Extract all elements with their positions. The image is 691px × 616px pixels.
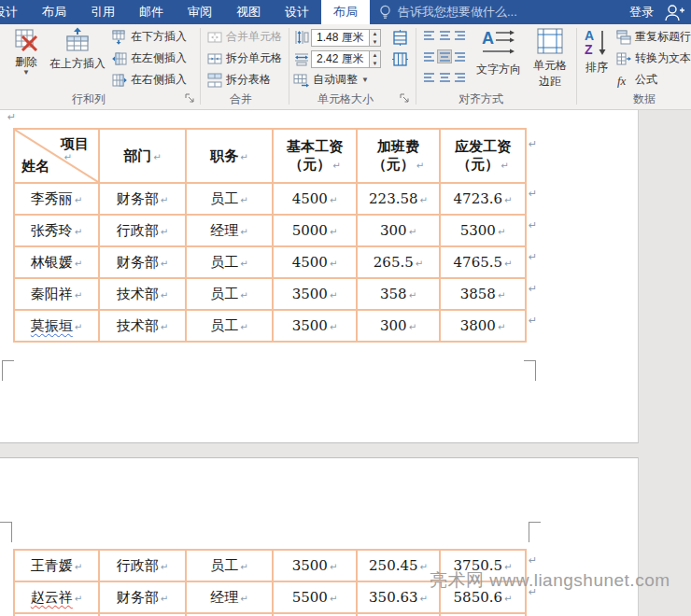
tab-design-doc[interactable]: 设计	[0, 0, 30, 24]
table-cell[interactable]: 3858↵	[441, 279, 527, 311]
convert-to-text-button[interactable]: 转换为文本	[616, 50, 691, 66]
column-width-spinner[interactable]: ▲▼	[370, 50, 381, 68]
column-width-value[interactable]: 2.42 厘米	[311, 50, 370, 68]
group-label-data: 数据	[624, 91, 665, 107]
table-cell[interactable]: 员工↵	[187, 311, 274, 343]
table-cell[interactable]: 经理↵	[187, 582, 274, 614]
tab-table-design[interactable]: 设计	[273, 0, 321, 24]
distribute-rows-button[interactable]	[388, 28, 411, 47]
table-cell[interactable]: 赵云祥↵	[15, 582, 100, 614]
table-cell[interactable]: 3500↵	[274, 279, 358, 311]
cell-end-mark: ↵	[75, 290, 82, 301]
tab-review[interactable]: 审阅	[176, 0, 224, 24]
insert-right-button[interactable]: 在右侧插入	[112, 72, 187, 88]
tab-references[interactable]: 引用	[78, 0, 127, 24]
table-cell[interactable]: 林银媛↵	[15, 247, 100, 279]
table-cell[interactable]: 技术部↵	[100, 279, 187, 311]
table-cell[interactable]: 莫振垣↵	[15, 311, 100, 343]
table-cell[interactable]: 265.5↵	[358, 247, 441, 279]
table-cell[interactable]: 员工↵	[187, 184, 274, 216]
align-top-left-button[interactable]	[421, 28, 436, 42]
table-cell[interactable]: 行政部↵	[100, 551, 187, 582]
align-bottom-right-button[interactable]	[453, 71, 468, 85]
align-top-center-button[interactable]	[437, 28, 452, 42]
align-top-right-button[interactable]	[453, 28, 468, 42]
formula-fx-icon: fx	[616, 73, 631, 88]
share-person-icon[interactable]	[663, 2, 685, 22]
table-diagonal-header-cell[interactable]: 项目 ↵ 姓名	[15, 130, 100, 184]
header-cell-overtime[interactable]: 加班费（元）↵	[358, 130, 441, 184]
sign-in-button[interactable]: 登录	[629, 0, 654, 24]
tab-layout-doc[interactable]: 布局	[30, 0, 78, 24]
text-direction-button[interactable]: A 文字方向	[472, 27, 525, 77]
align-bottom-left-button[interactable]	[421, 71, 436, 85]
table-cell[interactable]: 358↵	[358, 279, 441, 311]
column-width-field[interactable]: 2.42 厘米 ▲▼	[311, 50, 381, 68]
table-cell[interactable]: 300↵	[358, 216, 441, 247]
header-cell-base-salary[interactable]: 基本工资（元）↵	[274, 130, 358, 184]
tab-view[interactable]: 视图	[224, 0, 273, 24]
insert-below-button[interactable]: 在下方插入	[112, 29, 187, 45]
table-cell[interactable]: 250.45↵	[358, 551, 441, 582]
distribute-columns-button[interactable]	[388, 49, 411, 68]
table-cell[interactable]: 行政部↵	[100, 216, 187, 247]
row-height-value[interactable]: 1.48 厘米	[311, 29, 370, 47]
table-cell[interactable]: 5300↵	[441, 216, 527, 247]
table-cell[interactable]: 财务部↵	[100, 184, 187, 216]
table-cell[interactable]: 员工↵	[187, 247, 274, 279]
table-cell[interactable]: 3500↵	[274, 551, 358, 582]
table-cell[interactable]: 4723.6↵	[441, 184, 527, 216]
header-cell-gross-salary[interactable]: 应发工资（元）↵	[441, 130, 527, 184]
table-cell[interactable]: 3500↵	[274, 311, 358, 343]
split-table-button[interactable]: 拆分表格	[207, 72, 271, 88]
svg-text:Z: Z	[585, 42, 593, 57]
table-cell[interactable]: 300↵	[358, 311, 441, 343]
table-cell[interactable]: 财务部↵	[100, 247, 187, 279]
row-height-field[interactable]: 1.48 厘米 ▲▼	[311, 29, 381, 47]
table-cell[interactable]: 3800↵	[441, 311, 527, 343]
header-cell-position[interactable]: 职务↵	[187, 130, 274, 184]
table-cell[interactable]: 5000↵	[274, 216, 358, 247]
cell-size-dialog-launcher[interactable]	[400, 93, 410, 104]
table-cell[interactable]: 员工↵	[187, 279, 274, 311]
cell-end-mark: ↵	[240, 322, 247, 332]
table-cell[interactable]: 王青媛↵	[15, 551, 100, 582]
table-cell[interactable]: 4500↵	[274, 247, 358, 279]
insert-above-button[interactable]: 在上方插入	[49, 27, 106, 72]
table-cell[interactable]: 4500↵	[274, 184, 358, 216]
sort-button[interactable]: AZ 排序	[581, 27, 613, 76]
rows-cols-dialog-launcher[interactable]	[185, 93, 195, 104]
table-cell[interactable]: 财务部↵	[100, 582, 187, 614]
table-cell[interactable]: 员工↵	[187, 551, 274, 582]
split-cells-button[interactable]: 拆分单元格	[207, 50, 282, 66]
table-cell[interactable]: 秦阳祥↵	[15, 279, 100, 311]
formula-button[interactable]: fx 公式	[616, 72, 657, 88]
table-cell[interactable]: 223.58↵	[358, 184, 441, 216]
table-cell[interactable]: 5500↵	[274, 582, 358, 614]
insert-left-button[interactable]: 在左侧插入	[112, 50, 187, 66]
delete-table-button[interactable]: 删除 ▼	[7, 27, 45, 76]
tab-mailings[interactable]: 邮件	[127, 0, 176, 24]
table-cell[interactable]: 4765.5↵	[441, 247, 527, 279]
table-cell[interactable]: 张秀玲↵	[15, 216, 100, 247]
cell-end-mark: ↵	[161, 594, 168, 604]
tell-me-box[interactable]: 告诉我您想要做什么...	[379, 0, 517, 24]
align-center-left-button[interactable]	[421, 49, 436, 63]
table-cell[interactable]: 经理↵	[187, 216, 274, 247]
table-cell[interactable]: 技术部↵	[100, 311, 187, 343]
align-center-button-selected[interactable]	[437, 49, 452, 63]
align-bottom-center-button[interactable]	[437, 71, 452, 85]
tab-table-layout-active[interactable]: 布局	[321, 0, 370, 24]
align-center-right-button[interactable]	[453, 49, 468, 63]
row-end-mark: ↵	[529, 251, 537, 263]
repeat-header-rows-button[interactable]: 重复标题行	[616, 29, 691, 45]
ribbon-tab-bar: 设计 布局 引用 邮件 审阅 视图 设计 布局 告诉我您想要做什么... 登录	[0, 0, 691, 24]
cell-margins-button[interactable]: 单元格 边距	[529, 27, 571, 90]
document-canvas[interactable]: ↵ 项目 ↵ 姓名 部门↵ 职务↵ 基本工资（元）↵ 加班费（元）↵ 应发工资（…	[0, 110, 691, 616]
autofit-button[interactable]: 自动调整 ▼	[293, 72, 369, 88]
tell-me-placeholder: 告诉我您想要做什么...	[398, 4, 517, 21]
table-cell[interactable]: 350.63↵	[358, 582, 441, 614]
table-cell[interactable]: 李秀丽↵	[15, 184, 100, 216]
row-height-spinner[interactable]: ▲▼	[370, 29, 381, 47]
header-cell-department[interactable]: 部门↵	[100, 130, 187, 184]
